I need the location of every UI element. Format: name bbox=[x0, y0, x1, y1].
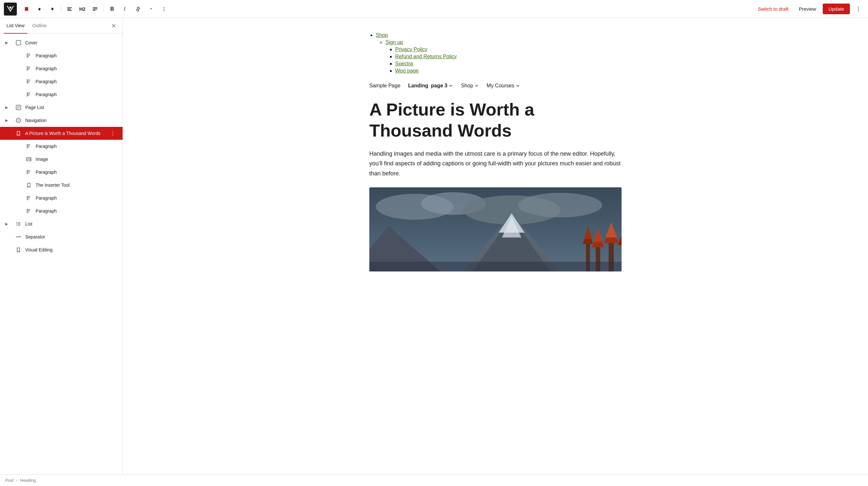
sidebar-item-para1[interactable]: Paragraph ⋮ bbox=[0, 49, 123, 62]
nav-links-section: Shop Sign up Privacy Policy Refund and R… bbox=[369, 32, 622, 74]
svg-rect-16 bbox=[16, 40, 21, 45]
label-para7: Paragraph bbox=[36, 195, 105, 201]
icon-pagelist bbox=[15, 104, 22, 110]
svg-point-22 bbox=[17, 223, 17, 224]
icon-para3 bbox=[25, 79, 32, 85]
post-image[interactable] bbox=[369, 187, 622, 271]
label-para8: Paragraph bbox=[36, 208, 105, 214]
sidebar-item-para2[interactable]: Paragraph ⋮ bbox=[0, 62, 123, 75]
move-down-button[interactable] bbox=[46, 3, 58, 15]
switch-to-draft-button[interactable]: Switch to draft bbox=[754, 4, 792, 13]
sidebar-item-para4[interactable]: Paragraph ⋮ bbox=[0, 88, 123, 101]
label-list: List bbox=[25, 221, 105, 226]
page-nav-courses[interactable]: My Courses bbox=[487, 83, 520, 89]
heading-level-button[interactable]: H2 bbox=[76, 3, 88, 15]
text-align-button[interactable] bbox=[89, 3, 101, 15]
sidebar-item-visualediting[interactable]: Visual Editing ⋮ bbox=[0, 243, 123, 256]
svg-rect-2 bbox=[67, 7, 72, 8]
bookmark-button[interactable] bbox=[21, 3, 32, 15]
svg-point-14 bbox=[858, 8, 859, 9]
label-cover: Cover bbox=[25, 40, 105, 45]
svg-text:B: B bbox=[110, 6, 114, 12]
svg-point-10 bbox=[164, 7, 164, 7]
svg-point-23 bbox=[17, 225, 17, 225]
label-image: Image bbox=[36, 157, 105, 162]
italic-button[interactable]: I bbox=[119, 3, 131, 15]
nav-link-spectra[interactable]: Spectra bbox=[395, 61, 413, 66]
nav-link-woo[interactable]: Woo page bbox=[395, 68, 419, 73]
icon-para5 bbox=[25, 143, 32, 149]
svg-point-21 bbox=[17, 222, 17, 223]
divider1 bbox=[61, 5, 61, 13]
sidebar-item-separator[interactable]: Separator ⋮ bbox=[0, 231, 123, 243]
icon-heading bbox=[15, 130, 22, 136]
sidebar-item-pagelist[interactable]: ▶ Page List ⋮ bbox=[0, 101, 123, 114]
sidebar-close-button[interactable]: ✕ bbox=[108, 21, 119, 31]
more-options-inline-button[interactable] bbox=[145, 3, 157, 15]
svg-rect-3 bbox=[67, 9, 70, 9]
page-nav-landing[interactable]: Landing page 3 bbox=[408, 83, 453, 89]
sidebar-item-image[interactable]: Image ⋮ bbox=[0, 153, 123, 166]
sidebar-item-para7[interactable]: Paragraph ⋮ bbox=[0, 191, 123, 205]
label-para3: Paragraph bbox=[36, 79, 105, 84]
svg-point-1 bbox=[9, 6, 11, 8]
more-block-options-button[interactable] bbox=[158, 3, 170, 15]
expand-arrow-list: ▶ bbox=[5, 222, 12, 226]
settings-more-button[interactable] bbox=[852, 3, 864, 15]
content-area: Shop Sign up Privacy Policy Refund and R… bbox=[123, 18, 868, 474]
toolbar: H2 B I Switch to draft Preview Update bbox=[0, 0, 868, 18]
label-navigation: Navigation bbox=[25, 118, 105, 123]
tab-outline[interactable]: Outline bbox=[30, 18, 49, 34]
divider2 bbox=[103, 5, 104, 13]
main-area: List View Outline ✕ ▶ Cover ⋮ Paragraph … bbox=[0, 18, 868, 474]
nav-link-refund[interactable]: Refund and Returns Policy bbox=[395, 54, 457, 59]
sidebar-item-navigation[interactable]: ▶ Navigation ⋮ bbox=[0, 114, 123, 127]
link-button[interactable] bbox=[132, 3, 144, 15]
icon-visualediting bbox=[15, 247, 22, 253]
icon-para7 bbox=[25, 195, 32, 201]
sidebar-item-cover[interactable]: ▶ Cover ⋮ bbox=[0, 36, 123, 49]
site-logo[interactable] bbox=[4, 3, 17, 16]
move-up-button[interactable] bbox=[34, 3, 45, 15]
icon-para8 bbox=[25, 208, 32, 214]
page-nav-shop[interactable]: Shop bbox=[461, 83, 478, 89]
sidebar-item-insertertool[interactable]: The Inserter Tool ⋮ bbox=[0, 179, 123, 191]
page-nav-sample[interactable]: Sample Page bbox=[369, 83, 400, 89]
label-insertertool: The Inserter Tool bbox=[36, 182, 105, 188]
landing-dropdown: Landing page 3 bbox=[408, 83, 453, 89]
bold-button[interactable]: B bbox=[106, 3, 118, 15]
svg-rect-4 bbox=[67, 10, 72, 11]
sidebar-item-heading[interactable]: A Picture is Worth a Thousand Words ⋮ bbox=[0, 127, 123, 140]
post-title[interactable]: A Picture is Worth a Thousand Words bbox=[369, 99, 622, 141]
expand-arrow-pagelist: ▶ bbox=[5, 105, 12, 110]
post-paragraph[interactable]: Handling images and media with the utmos… bbox=[369, 149, 622, 179]
status-bar: Post › Heading bbox=[0, 474, 868, 486]
label-para6: Paragraph bbox=[36, 170, 105, 175]
status-post-label[interactable]: Post bbox=[5, 478, 13, 483]
page-nav-bar: Sample Page Landing page 3 Shop My Cou bbox=[369, 80, 622, 89]
sidebar-item-para5[interactable]: Paragraph ⋮ bbox=[0, 140, 123, 153]
svg-rect-6 bbox=[93, 9, 97, 9]
align-button[interactable] bbox=[64, 3, 75, 15]
label-para4: Paragraph bbox=[36, 92, 105, 97]
sidebar-tabs: List View Outline ✕ bbox=[0, 18, 123, 34]
nav-link-signup[interactable]: Sign up bbox=[385, 39, 403, 45]
sidebar-item-para6[interactable]: Paragraph ⋮ bbox=[0, 166, 123, 179]
preview-button[interactable]: Preview bbox=[795, 4, 820, 13]
sidebar-item-para3[interactable]: Paragraph ⋮ bbox=[0, 75, 123, 88]
svg-point-13 bbox=[858, 6, 859, 7]
icon-para2 bbox=[25, 66, 32, 71]
more-heading[interactable]: ⋮ bbox=[108, 129, 117, 138]
icon-list bbox=[15, 221, 22, 227]
label-para1: Paragraph bbox=[36, 53, 105, 58]
nav-link-privacy[interactable]: Privacy Policy bbox=[395, 47, 428, 52]
svg-rect-45 bbox=[369, 262, 622, 271]
update-button[interactable]: Update bbox=[823, 4, 850, 14]
icon-cover bbox=[15, 40, 22, 45]
sidebar-item-list[interactable]: ▶ List ⋮ bbox=[0, 217, 123, 231]
tab-list-view[interactable]: List View bbox=[4, 18, 27, 34]
svg-point-18 bbox=[16, 118, 21, 123]
courses-dropdown: My Courses bbox=[487, 83, 520, 89]
sidebar-item-para8[interactable]: Paragraph ⋮ bbox=[0, 205, 123, 217]
nav-link-shop[interactable]: Shop bbox=[376, 32, 388, 38]
